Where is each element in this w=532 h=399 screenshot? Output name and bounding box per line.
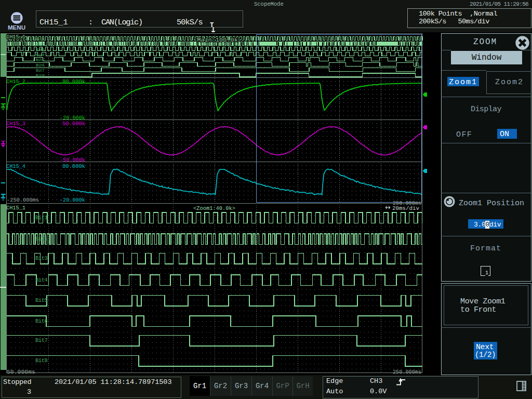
svg-text:Bit6: Bit6 bbox=[36, 63, 45, 68]
svg-text:CH15_3: CH15_3 bbox=[6, 121, 25, 127]
svg-text:CH15_1: CH15_1 bbox=[6, 205, 25, 211]
svg-text:MENU: MENU bbox=[8, 24, 25, 31]
svg-text:-50.000k: -50.000k bbox=[60, 157, 85, 164]
svg-text:-20.000k: -20.000k bbox=[60, 197, 85, 204]
svg-text:Bit4: Bit4 bbox=[36, 53, 45, 58]
svg-text:Bit8: Bit8 bbox=[35, 358, 48, 364]
svg-text:<Zoom1:40.0k>: <Zoom1:40.0k> bbox=[193, 206, 235, 212]
svg-text:Bit3: Bit3 bbox=[35, 256, 48, 262]
svg-text:20ms/div: 20ms/div bbox=[392, 206, 419, 212]
svg-text:Bit8: Bit8 bbox=[36, 74, 44, 78]
svg-text:CH15_4: CH15_4 bbox=[6, 164, 25, 170]
svg-text:Bit1: Bit1 bbox=[36, 37, 45, 42]
svg-text:80.000k: 80.000k bbox=[62, 164, 85, 170]
svg-text:Bit5: Bit5 bbox=[35, 298, 48, 304]
svg-text:Bit2: Bit2 bbox=[35, 236, 48, 243]
svg-text:250.000ms: 250.000ms bbox=[393, 369, 421, 376]
svg-text:<Main:100.0k>: <Main:100.0k> bbox=[193, 37, 242, 44]
svg-text:Bit2: Bit2 bbox=[36, 43, 44, 47]
svg-text:Bit3: Bit3 bbox=[36, 48, 45, 52]
svg-text:CH15_1: CH15_1 bbox=[6, 34, 25, 41]
svg-text:-250.000ms: -250.000ms bbox=[7, 197, 39, 204]
svg-text:Bit5: Bit5 bbox=[36, 58, 45, 63]
svg-text:Bit7: Bit7 bbox=[36, 69, 44, 73]
svg-text:80.000k: 80.000k bbox=[62, 79, 85, 85]
svg-text:Bit6: Bit6 bbox=[35, 318, 48, 325]
svg-text:Bit1: Bit1 bbox=[35, 215, 48, 221]
svg-text:50.000k: 50.000k bbox=[62, 121, 85, 127]
svg-text:Bit7: Bit7 bbox=[35, 338, 48, 344]
svg-text:Bit4: Bit4 bbox=[35, 277, 48, 284]
svg-text:CH15_2: CH15_2 bbox=[6, 79, 25, 85]
svg-text:50.000ms: 50.000ms bbox=[7, 369, 35, 376]
